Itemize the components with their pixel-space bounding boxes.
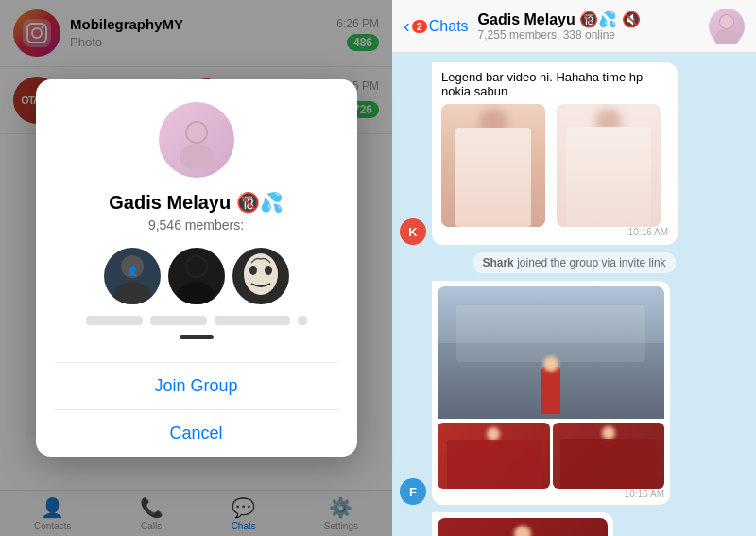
left-panel: MobilegraphyMY 6:26 PM Photo 486 OTAKU A… <box>0 0 392 536</box>
message-time: 10:16 AM <box>438 489 664 499</box>
message-bubble: K Legend bar video ni. Hahaha time hp no… <box>400 62 748 245</box>
message-bubble: F <box>400 281 748 505</box>
message-text: Legend bar video ni. Hahaha time hp noki… <box>441 70 668 98</box>
svg-point-9 <box>113 282 151 304</box>
svg-point-5 <box>180 144 214 168</box>
modal-avatars: 👤 <box>104 248 289 304</box>
svg-point-16 <box>265 266 272 275</box>
messages-area: K Legend bar video ni. Hahaha time hp no… <box>392 53 756 536</box>
group-name: Gadis Melayu 🔞💦 🔇 <box>478 10 699 28</box>
svg-point-19 <box>720 15 733 28</box>
system-message: Shark joined the group via invite link <box>472 252 675 273</box>
back-button[interactable]: ‹ 2 Chats <box>404 15 469 37</box>
group-avatar[interactable] <box>709 9 745 44</box>
right-panel: ‹ 2 Chats Gadis Melayu 🔞💦 🔇 7,255 member… <box>392 0 756 536</box>
header-info: Gadis Melayu 🔞💦 🔇 7,255 members, 338 onl… <box>478 10 699 42</box>
sender-avatar: F <box>400 478 426 505</box>
modal-group-name: Gadis Melayu 🔞💦 <box>109 191 284 214</box>
svg-point-13 <box>187 257 206 276</box>
join-group-modal: Gadis Melayu 🔞💦 9,546 members: 👤 <box>36 79 357 457</box>
svg-point-12 <box>178 282 215 304</box>
back-badge: 2 <box>412 20 427 33</box>
message-content: 10:16 AM <box>432 512 613 536</box>
svg-point-7 <box>187 123 206 142</box>
message-content: 10:16 AM <box>432 281 670 505</box>
mini-avatar <box>168 248 225 304</box>
cancel-button[interactable]: Cancel <box>55 409 338 457</box>
message-bubble: M 10:16 AM <box>400 512 748 536</box>
mini-avatar: 👤 <box>104 248 161 304</box>
modal-group-avatar <box>159 102 234 178</box>
image-grid <box>441 104 668 227</box>
mini-avatar <box>232 248 289 304</box>
svg-text:👤: 👤 <box>127 265 139 277</box>
chat-header: ‹ 2 Chats Gadis Melayu 🔞💦 🔇 7,255 member… <box>392 0 756 53</box>
modal-usernames <box>86 316 307 325</box>
join-group-button[interactable]: Join Group <box>55 363 338 409</box>
sender-avatar: K <box>400 218 426 245</box>
message-content: Legend bar video ni. Hahaha time hp noki… <box>432 62 678 245</box>
group-members: 7,255 members, 338 online <box>478 28 699 42</box>
back-label: Chats <box>429 18 469 35</box>
message-time: 10:16 AM <box>441 227 668 237</box>
svg-point-15 <box>249 266 257 275</box>
modal-members: 9,546 members: <box>148 217 244 233</box>
modal-handle <box>180 335 214 339</box>
modal-overlay: Gadis Melayu 🔞💦 9,546 members: 👤 <box>0 0 392 536</box>
back-chevron-icon: ‹ <box>404 15 410 37</box>
svg-point-18 <box>714 29 739 44</box>
system-text: Shark joined the group via invite link <box>482 256 665 269</box>
